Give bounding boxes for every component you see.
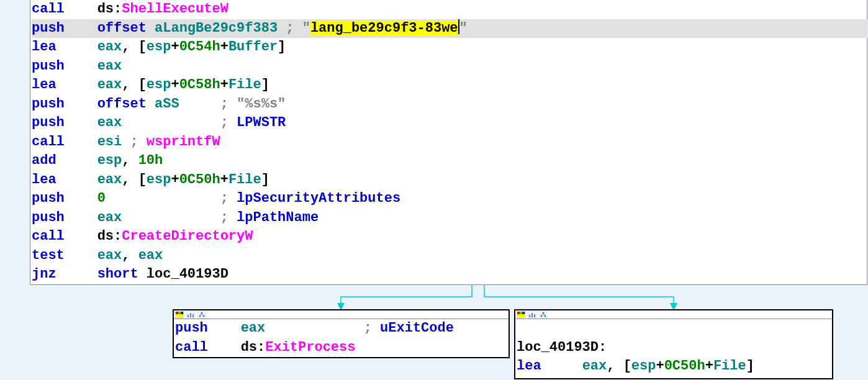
comment: " — [459, 20, 468, 36]
api-type: LPWSTR — [237, 115, 286, 130]
reg: eax — [97, 58, 122, 74]
mnem: call — [32, 1, 65, 17]
asm-line[interactable]: call esi ; wsprintfW — [32, 133, 867, 152]
reg: esp — [147, 39, 171, 55]
identifier: loc_40193D — [147, 266, 228, 282]
identifier: aSS — [155, 96, 179, 112]
keyword: short — [97, 266, 138, 282]
comment: ; — [220, 115, 237, 130]
color-icon — [517, 311, 525, 319]
tree-icon — [539, 311, 548, 319]
reg: esp — [631, 358, 656, 374]
asm-line[interactable]: add esp, 10h — [32, 152, 867, 171]
mnem: lea — [517, 358, 541, 374]
mnem: push — [32, 191, 65, 206]
comment: ; — [220, 191, 237, 206]
asm-line[interactable]: lea eax, [esp+0C54h+Buffer] — [32, 38, 867, 57]
svg-rect-1 — [176, 312, 178, 314]
svg-rect-23 — [534, 314, 535, 317]
comment: ; " — [278, 20, 310, 36]
reg: eax — [97, 210, 122, 225]
asm-line[interactable]: call ds:ExitProcess — [175, 338, 509, 358]
reg: esp — [147, 172, 171, 188]
mnem: push — [32, 115, 65, 130]
identifier: File — [228, 172, 261, 188]
target-block[interactable]: loc_40193D: lea eax, [esp+0C50h+File] — [514, 309, 833, 379]
reg: eax — [97, 39, 122, 55]
asm-line[interactable]: call ds:ShellExecuteW — [32, 0, 867, 19]
reg: eax — [582, 358, 607, 374]
reg: eax — [97, 248, 122, 263]
svg-rect-21 — [529, 315, 530, 317]
asm-line[interactable]: push eax ; LPWSTR — [32, 114, 867, 133]
number: 0C50h — [664, 358, 705, 374]
svg-rect-17 — [520, 312, 522, 314]
asm-line[interactable]: lea eax, [esp+0C50h+File] — [517, 357, 832, 376]
svg-rect-7 — [190, 313, 191, 317]
mnem: add — [32, 153, 57, 168]
api-type: lpPathName — [237, 210, 319, 225]
reg: esi — [97, 134, 122, 150]
main-disasm-block[interactable]: call ds:ShellExecuteW push offset aLangB… — [30, 0, 867, 285]
mnem: call — [32, 228, 65, 244]
asm-line[interactable]: push eax ; uExitCode — [175, 319, 509, 338]
svg-rect-18 — [522, 312, 525, 314]
asm-line[interactable]: jnz short loc_40193D — [32, 265, 867, 284]
block-header[interactable] — [515, 310, 832, 319]
asm-line[interactable]: call ds:CreateDirectoryW — [32, 227, 867, 247]
asm-line[interactable]: push eax — [32, 57, 867, 76]
asm-line[interactable]: lea eax, [esp+0C50h+File] — [32, 171, 867, 190]
reg: esp — [97, 153, 122, 168]
asm-empty-line — [517, 319, 832, 338]
identifier: File — [228, 77, 261, 93]
reg: esp — [147, 77, 171, 93]
svg-rect-4 — [176, 314, 183, 318]
asm-line[interactable]: push eax ; lpPathName — [32, 209, 867, 228]
number: 0C58h — [179, 77, 220, 93]
number: 0C54h — [179, 39, 220, 55]
api-type: lpSecurityAttributes — [237, 191, 400, 206]
identifier: aLangBe29c9f383 — [155, 20, 278, 36]
asm-line[interactable]: push 0 ; lpSecurityAttributes — [32, 189, 867, 209]
op-prefix: ds: — [97, 1, 122, 17]
api-call: wsprintfW — [147, 134, 220, 150]
graph-icon — [186, 311, 195, 319]
fallthrough-block[interactable]: push eax ; uExitCode call ds:ExitProcess — [173, 309, 510, 358]
reg: eax — [97, 172, 122, 188]
asm-line[interactable]: lea eax, [esp+0C58h+File] — [32, 76, 867, 95]
svg-rect-3 — [181, 312, 183, 314]
tree-icon — [197, 311, 206, 319]
op-prefix: ds: — [97, 228, 122, 244]
mnem: lea — [32, 172, 57, 188]
comment: ; "%s%s" — [220, 96, 286, 112]
mnem: push — [32, 20, 65, 36]
color-icon — [175, 311, 184, 319]
reg: eax — [241, 320, 266, 336]
svg-rect-6 — [188, 315, 189, 317]
asm-line[interactable]: test eax, eax — [32, 247, 867, 266]
svg-rect-22 — [531, 313, 533, 317]
mnem: lea — [32, 77, 57, 93]
mnem: test — [32, 248, 65, 263]
block-header[interactable] — [174, 310, 509, 319]
svg-rect-2 — [178, 312, 181, 314]
op-prefix: ds: — [241, 340, 266, 355]
mnem: push — [32, 58, 65, 74]
label: loc_40193D: — [517, 340, 607, 355]
identifier: File — [713, 358, 746, 374]
svg-rect-8 — [192, 314, 194, 317]
highlighted-string: lang_be29c9f3-83we — [310, 20, 458, 36]
svg-rect-16 — [517, 312, 520, 314]
asm-line[interactable]: push offset aSS ; "%s%s" — [32, 95, 867, 114]
number: 0C50h — [179, 172, 220, 188]
comment: ; — [220, 210, 237, 225]
reg: eax — [97, 115, 122, 130]
identifier: Buffer — [228, 39, 278, 55]
api-call: ShellExecuteW — [122, 1, 228, 17]
keyword: offset — [97, 96, 147, 112]
asm-label[interactable]: loc_40193D: — [517, 338, 832, 358]
keyword: offset — [97, 20, 147, 36]
api-call: CreateDirectoryW — [122, 228, 253, 244]
reg: eax — [97, 77, 122, 93]
asm-line-selected[interactable]: push offset aLangBe29c9f383 ; "lang_be29… — [32, 19, 867, 38]
